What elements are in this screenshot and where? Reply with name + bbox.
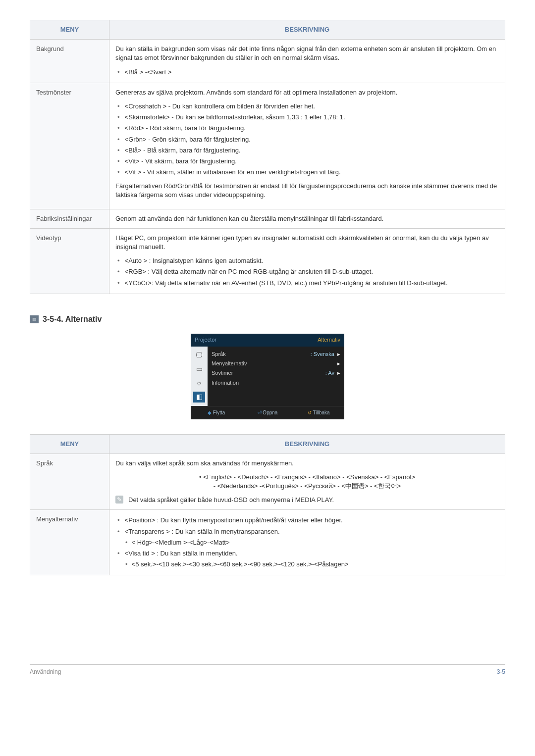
- arrow-right-icon: ▸: [337, 351, 340, 357]
- menyalt-sub2: <5 sek.>-<10 sek.>-<30 sek.>-<60 sek.>-<…: [115, 559, 499, 570]
- list-item: <5 sek.>-<10 sek.>-<30 sek.>-<60 sek.>-<…: [115, 559, 499, 570]
- list-item: <YCbCr>: Välj detta alternativ när en AV…: [115, 278, 499, 289]
- footer-section: Användning: [30, 668, 61, 676]
- section-title: 3-5-4. Alternativ: [43, 314, 102, 325]
- desc-testmonster: Genereras av själva projektorn. Används …: [109, 83, 505, 209]
- osd-body: 🖵 ▭ ☼ ◧ Språk : Svenska▸ Menyalternativ …: [191, 347, 344, 406]
- list-item: <Blå > -<Svart >: [115, 67, 499, 78]
- section-icon: ▦: [30, 315, 39, 323]
- list-item: <Vit > - Vit skärm, ställer in vitbalans…: [115, 167, 499, 178]
- options-icon: ◧: [193, 392, 205, 403]
- note-icon: ✎: [115, 496, 123, 504]
- desc-bakgrund: Du kan ställa in bakgrunden som visas nä…: [109, 40, 505, 83]
- desc-fabrik: Genom att använda den här funktionen kan…: [109, 209, 505, 228]
- col-menu: MENY: [30, 20, 109, 40]
- osd-label: Språk: [212, 351, 226, 358]
- menu-sprak: Språk: [30, 454, 109, 510]
- list-item: <Crosshatch > - Du kan kontrollera om bi…: [115, 101, 499, 112]
- list-item: <Blå> - Blå skärm, bara för färgjusterin…: [115, 145, 499, 156]
- menu-bakgrund: Bakgrund: [30, 40, 109, 83]
- sprak-desc: Du kan välja vilket språk som ska använd…: [115, 459, 499, 468]
- display-icon: ▭: [193, 364, 205, 375]
- testmonster-desc: Genereras av själva projektorn. Används …: [115, 88, 499, 97]
- language-list: • <English> - <Deutsch> - <Français> - <…: [115, 473, 499, 491]
- list-item: <Röd> - Röd skärm, bara för färgjusterin…: [115, 123, 499, 134]
- bakgrund-options: <Blå > -<Svart >: [115, 67, 499, 78]
- table-row: Bakgrund Du kan ställa in bakgrunden som…: [30, 40, 505, 83]
- list-item: <Transparens > : Du kan ställa in menytr…: [115, 526, 499, 537]
- videotyp-options: <Auto > : Insignalstypen känns igen auto…: [115, 255, 499, 289]
- osd-label: Information: [212, 379, 239, 387]
- arrow-right-icon: ▸: [337, 360, 340, 367]
- osd-row: Språk : Svenska▸: [212, 350, 340, 359]
- osd-value: : Av: [325, 370, 334, 376]
- list-item: <RGB> : Välj detta alternativ när en PC …: [115, 266, 499, 277]
- list-item: <Skärmstorlek> - Du kan se bildformatsst…: [115, 112, 499, 123]
- osd-footer: ◆ Flytta ⏎ Öppna ↺ Tillbaka: [191, 406, 344, 419]
- section-heading: ▦ 3-5-4. Alternativ: [30, 314, 505, 325]
- page-number: 3-5: [497, 668, 505, 676]
- osd-header: Projector Alternativ: [191, 334, 344, 346]
- table-row: Fabriksinställningar Genom att använda d…: [30, 209, 505, 228]
- osd-row: Sovtimer : Av▸: [212, 368, 340, 378]
- osd-row: Information: [212, 378, 340, 388]
- osd-value: : Svenska: [311, 351, 334, 357]
- osd-foot-move: ◆ Flytta: [191, 406, 242, 419]
- settings-table-2: MENY BESKRIVNING Språk Du kan välja vilk…: [30, 434, 505, 576]
- desc-sprak: Du kan välja vilket språk som ska använd…: [109, 454, 505, 510]
- videotyp-desc: I läget PC, om projektorn inte känner ig…: [115, 234, 499, 252]
- page-footer: Användning 3-5: [30, 664, 505, 676]
- sprak-note: Det valda språket gäller både huvud-OSD …: [128, 496, 334, 504]
- osd-header-left: Projector: [195, 336, 216, 344]
- settings-table-1: MENY BESKRIVNING Bakgrund Du kan ställa …: [30, 20, 505, 294]
- osd-icon-column: 🖵 ▭ ☼ ◧: [191, 347, 208, 406]
- osd-header-right: Alternativ: [318, 336, 340, 344]
- osd-row: Menyalternativ ▸: [212, 359, 340, 368]
- testmonster-options: <Crosshatch > - Du kan kontrollera om bi…: [115, 101, 499, 178]
- table-row: Videotyp I läget PC, om projektorn inte …: [30, 228, 505, 294]
- list-item: <Vit> - Vit skärm, bara för färgjusterin…: [115, 156, 499, 167]
- osd-foot-back: ↺ Tillbaka: [293, 406, 344, 419]
- list-item: <Position> : Du kan flytta menypositione…: [115, 515, 499, 526]
- menu-menyalt: Menyalternativ: [30, 510, 109, 575]
- list-item: <Auto > : Insignalstypen känns igen auto…: [115, 255, 499, 266]
- osd-panel: Projector Alternativ 🖵 ▭ ☼ ◧ Språk : Sve…: [191, 334, 344, 419]
- picture-icon: 🖵: [193, 350, 205, 361]
- list-item: <Grön> - Grön skärm, bara för färgjuster…: [115, 134, 499, 145]
- desc-menyalt: <Position> : Du kan flytta menypositione…: [109, 510, 505, 575]
- osd-screenshot: Projector Alternativ 🖵 ▭ ☼ ◧ Språk : Sve…: [30, 334, 505, 419]
- arrow-right-icon: ▸: [337, 370, 340, 376]
- osd-label: Sovtimer: [212, 369, 233, 377]
- list-item: < Hög>-<Medium >-<Låg>-<Matt>: [115, 537, 499, 548]
- menu-testmonster: Testmönster: [30, 83, 109, 209]
- osd-list: Språk : Svenska▸ Menyalternativ ▸ Sovtim…: [208, 347, 344, 406]
- table-row: Språk Du kan välja vilket språk som ska …: [30, 454, 505, 510]
- menyalt-sub: < Hög>-<Medium >-<Låg>-<Matt>: [115, 537, 499, 548]
- table-row: Menyalternativ <Position> : Du kan flytt…: [30, 510, 505, 575]
- bakgrund-desc: Du kan ställa in bakgrunden som visas nä…: [115, 45, 499, 62]
- col-desc: BESKRIVNING: [109, 20, 505, 40]
- table-row: Testmönster Genereras av själva projekto…: [30, 83, 505, 209]
- list-item: <Visa tid > : Du kan ställa in menytiden…: [115, 548, 499, 559]
- desc-videotyp: I läget PC, om projektorn inte känner ig…: [109, 228, 505, 294]
- col-desc: BESKRIVNING: [109, 434, 505, 454]
- menu-videotyp: Videotyp: [30, 228, 109, 294]
- testmonster-foot: Färgalternativen Röd/Grön/Blå för testmö…: [115, 182, 499, 200]
- col-menu: MENY: [30, 434, 109, 454]
- note-row: ✎ Det valda språket gäller både huvud-OS…: [115, 496, 499, 504]
- menyalt-options2: <Visa tid > : Du kan ställa in menytiden…: [115, 548, 499, 559]
- settings-icon: ☼: [193, 378, 205, 389]
- osd-foot-open: ⏎ Öppna: [242, 406, 293, 419]
- menu-fabrik: Fabriksinställningar: [30, 209, 109, 228]
- menyalt-options: <Position> : Du kan flytta menypositione…: [115, 515, 499, 537]
- osd-label: Menyalternativ: [212, 360, 247, 367]
